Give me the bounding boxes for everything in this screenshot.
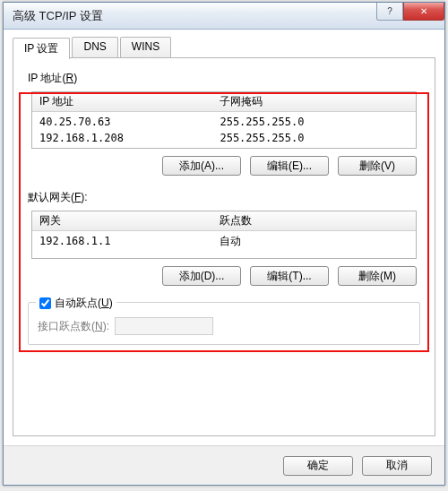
ip-label-suffix: ): [73, 72, 77, 84]
tab-wins-label: WINS: [132, 40, 159, 53]
ip-label-prefix: IP 地址(: [28, 72, 65, 84]
help-icon: ?: [387, 6, 392, 16]
gw-section-label: 默认网关(F):: [28, 190, 422, 205]
close-icon: ✕: [420, 6, 427, 16]
mask-cell: 255.255.255.0: [216, 116, 416, 128]
interface-metric-input: [115, 317, 213, 335]
ip-cell: 40.25.70.63: [32, 116, 216, 128]
ip-label-key: R: [65, 72, 73, 84]
ok-button[interactable]: 确定: [283, 456, 353, 476]
tab-dns-label: DNS: [83, 40, 106, 53]
interface-metric-row: 接口跃点数(N):: [38, 317, 410, 335]
tab-wins[interactable]: WINS: [120, 37, 171, 57]
ip-header-mask: 子网掩码: [216, 94, 416, 109]
list-item[interactable]: 192.168.1.1 自动: [32, 233, 416, 249]
auto-metric-checkbox[interactable]: [39, 297, 51, 309]
list-item[interactable]: 40.25.70.63 255.255.255.0: [32, 114, 416, 130]
help-button[interactable]: ?: [376, 3, 403, 21]
gw-delete-button[interactable]: 删除(M): [338, 266, 417, 286]
window-title: 高级 TCP/IP 设置: [13, 8, 103, 24]
ip-edit-button[interactable]: 编辑(E)...: [250, 156, 329, 176]
interface-metric-label: 接口跃点数(N):: [38, 319, 109, 334]
ip-delete-button[interactable]: 删除(V): [338, 156, 417, 176]
cancel-button[interactable]: 取消: [362, 456, 432, 476]
gw-cell: 192.168.1.1: [32, 235, 216, 247]
gw-list-header: 网关 跃点数: [32, 211, 416, 231]
auto-metric-group: 自动跃点(U) 接口跃点数(N):: [28, 302, 420, 345]
dialog-window: 高级 TCP/IP 设置 ? ✕ IP 设置 DNS WINS IP 地址(R)…: [3, 2, 445, 486]
gw-label-prefix: 默认网关(: [28, 191, 74, 203]
titlebar: 高级 TCP/IP 设置 ? ✕: [4, 3, 444, 30]
gateway-list[interactable]: 网关 跃点数 192.168.1.1 自动: [31, 211, 417, 259]
dialog-button-bar: 确定 取消: [4, 445, 444, 485]
gw-add-button[interactable]: 添加(D)...: [162, 266, 241, 286]
tab-strip: IP 设置 DNS WINS: [13, 37, 435, 58]
ip-list-header: IP 地址 子网掩码: [32, 92, 416, 112]
tab-ip-label: IP 设置: [24, 42, 58, 55]
close-button[interactable]: ✕: [403, 3, 444, 21]
tab-dns[interactable]: DNS: [72, 37, 117, 57]
gw-button-row: 添加(D)... 编辑(T)... 删除(M): [26, 264, 422, 293]
ip-list-body: 40.25.70.63 255.255.255.0 192.168.1.208 …: [32, 112, 416, 148]
auto-metric-label: 自动跃点(U): [55, 296, 113, 311]
tab-panel-ip: IP 地址(R) IP 地址 子网掩码 40.25.70.63 255.255.…: [13, 58, 435, 436]
ip-header-ip: IP 地址: [32, 94, 216, 109]
ip-address-list[interactable]: IP 地址 子网掩码 40.25.70.63 255.255.255.0 192…: [31, 91, 417, 149]
gw-list-body: 192.168.1.1 自动: [32, 231, 416, 258]
ip-add-button[interactable]: 添加(A)...: [162, 156, 241, 176]
window-buttons: ? ✕: [376, 3, 444, 21]
gw-edit-button[interactable]: 编辑(T)...: [250, 266, 329, 286]
list-item[interactable]: 192.168.1.208 255.255.255.0: [32, 130, 416, 146]
tab-ip-settings[interactable]: IP 设置: [13, 38, 70, 59]
mask-cell: 255.255.255.0: [216, 132, 416, 144]
gw-header-metric: 跃点数: [216, 213, 416, 228]
gw-label-suffix: ):: [81, 191, 87, 203]
ip-section-label: IP 地址(R): [28, 71, 422, 86]
gw-header-gw: 网关: [32, 213, 216, 228]
auto-metric-title: 自动跃点(U): [36, 296, 116, 311]
ip-cell: 192.168.1.208: [32, 132, 216, 144]
client-area: IP 设置 DNS WINS IP 地址(R) IP 地址 子网掩码 40.25…: [4, 30, 444, 445]
metric-cell: 自动: [216, 234, 416, 249]
ip-button-row: 添加(A)... 编辑(E)... 删除(V): [26, 154, 422, 183]
